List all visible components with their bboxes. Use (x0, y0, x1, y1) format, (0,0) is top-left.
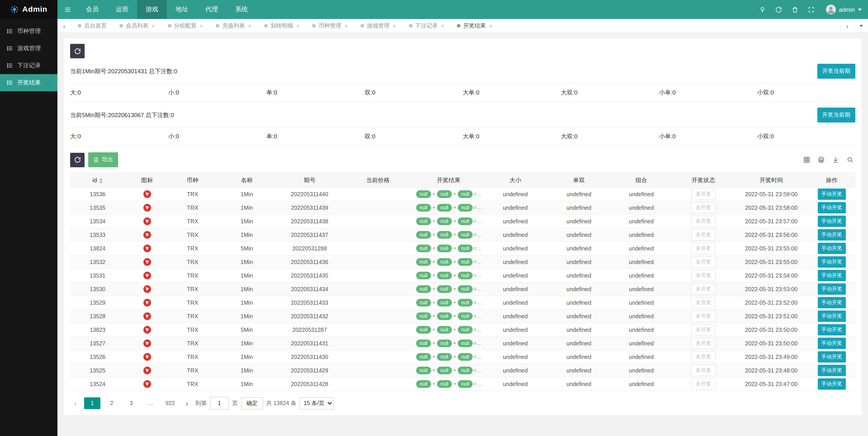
tab[interactable]: 后台首页 (71, 19, 113, 33)
tab-close-icon[interactable]: × (248, 22, 251, 29)
manual-draw-button[interactable]: 手动开奖 (818, 351, 846, 363)
manual-draw-button[interactable]: 手动开奖 (818, 215, 846, 227)
cell-parity: undefined (548, 350, 611, 364)
cell-combo: undefined (611, 337, 672, 350)
top-menu-item[interactable]: 会员 (78, 0, 107, 19)
manual-draw-button[interactable]: 手动开奖 (818, 365, 846, 376)
plus-separator: + (432, 191, 435, 197)
tabs-scroll-right-icon[interactable]: › (840, 19, 854, 33)
cell-issue: 202205311436 (278, 255, 342, 269)
status-badge: 未开奖 (691, 202, 716, 213)
manual-draw-button[interactable]: 手动开奖 (818, 297, 846, 308)
tab[interactable]: 游戏管理 × (354, 19, 402, 33)
user-menu[interactable]: admin (819, 0, 868, 19)
tabs-scroll-left-icon[interactable]: ‹ (57, 19, 71, 33)
tab-dot-icon (264, 24, 268, 28)
page-button[interactable]: 1 (84, 397, 100, 409)
tab-close-icon[interactable]: × (152, 22, 155, 29)
refresh-icon[interactable] (771, 0, 787, 19)
cell-price (342, 214, 414, 228)
cell-time: 2022-05-31 23:55:00 (734, 242, 808, 255)
page-button[interactable]: 2 (103, 397, 120, 409)
manual-draw-button[interactable]: 手动开奖 (818, 310, 846, 322)
status-badge: 未开奖 (691, 215, 716, 227)
column-label: 期号 (304, 176, 315, 183)
cell-time: 2022-05-31 23:49:00 (734, 350, 808, 364)
draw-current-period-button[interactable]: 开奖当前期 (817, 108, 855, 123)
sidebar-item[interactable]: 币种管理 (0, 23, 57, 40)
avatar (826, 4, 836, 14)
result-suffix: =... (473, 313, 481, 319)
page-button[interactable]: ... (143, 397, 159, 409)
tab-close-icon[interactable]: × (344, 22, 348, 29)
cell-parity: undefined (548, 364, 611, 377)
menu-toggle-icon[interactable] (57, 0, 78, 19)
top-menu-item[interactable]: 系统 (227, 0, 256, 19)
tab[interactable]: 分组配置 × (161, 19, 210, 33)
tab[interactable]: 充值列表 × (210, 19, 257, 33)
print-icon[interactable] (818, 157, 825, 163)
manual-draw-button[interactable]: 手动开奖 (818, 283, 846, 295)
manual-draw-button[interactable]: 手动开奖 (818, 243, 846, 254)
theme-icon[interactable] (754, 0, 771, 19)
top-menu-item[interactable]: 地址 (167, 0, 197, 19)
cell-result: null+null+null=... (414, 377, 483, 391)
sidebar-item[interactable]: 开奖结果 (0, 74, 57, 91)
tab[interactable]: 会员列表 × (113, 19, 161, 33)
result-suffix: =... (473, 218, 481, 224)
download-icon[interactable] (832, 157, 839, 163)
cell-coin: TRX (169, 323, 216, 337)
jump-page-input[interactable] (210, 397, 229, 409)
manual-draw-button[interactable]: 手动开奖 (818, 270, 846, 281)
search-icon[interactable] (847, 157, 854, 163)
manual-draw-button[interactable]: 手动开奖 (818, 324, 846, 335)
refresh-table-button[interactable] (70, 153, 85, 167)
column-label: 单双 (573, 176, 585, 183)
tab[interactable]: 开奖结果 × (451, 19, 499, 33)
tab-close-icon[interactable]: × (489, 22, 492, 29)
fullscreen-icon[interactable] (803, 0, 819, 19)
tabs-menu-icon[interactable] (854, 19, 868, 33)
manual-draw-button[interactable]: 手动开奖 (818, 189, 846, 200)
manual-draw-button[interactable]: 手动开奖 (818, 338, 846, 349)
manual-draw-button[interactable]: 手动开奖 (818, 229, 846, 240)
tab-dot-icon (361, 24, 364, 28)
top-menu-item[interactable]: 运营 (107, 0, 137, 19)
manual-draw-button[interactable]: 手动开奖 (818, 256, 846, 268)
export-button[interactable]: 导出 (88, 152, 118, 167)
page-button[interactable]: 3 (123, 397, 139, 409)
tab-dot-icon (78, 24, 82, 28)
sidebar-item[interactable]: 下注记录 (0, 57, 57, 74)
sidebar-item-label: 游戏管理 (17, 44, 41, 53)
next-page-icon[interactable]: › (181, 397, 192, 409)
clear-cache-icon[interactable] (787, 0, 803, 19)
sort-icon[interactable] (99, 178, 103, 183)
period-title: 当前5Min期号:20220613067 总下注数:0 (70, 111, 174, 119)
tab-close-icon[interactable]: × (441, 22, 444, 29)
draw-current-period-button[interactable]: 开奖当前期 (817, 64, 855, 79)
prev-page-icon[interactable]: ‹ (70, 397, 81, 409)
tab[interactable]: 下注记录 × (402, 19, 451, 33)
tab-close-icon[interactable]: × (393, 22, 396, 29)
tab-close-icon[interactable]: × (296, 22, 300, 29)
tab[interactable]: 划转明细 × (258, 19, 306, 33)
trx-coin-icon (143, 326, 151, 334)
page-button[interactable]: 922 (162, 397, 178, 409)
result-pill: null (416, 353, 431, 361)
page-size-select[interactable]: 15 条/页 (300, 397, 334, 409)
cell-coin: TRX (169, 337, 216, 350)
sidebar-item[interactable]: 游戏管理 (0, 40, 57, 57)
top-menu-item[interactable]: 代理 (197, 0, 227, 19)
tab-close-icon[interactable]: × (200, 22, 203, 29)
sidebar: Admin 币种管理 游戏管理 (0, 0, 57, 436)
cell-result: null+null+null=... (414, 323, 483, 337)
manual-draw-button[interactable]: 手动开奖 (818, 378, 846, 390)
refresh-periods-button[interactable] (70, 44, 85, 58)
manual-draw-button[interactable]: 手动开奖 (818, 202, 846, 213)
top-menu-item[interactable]: 游戏 (137, 0, 167, 19)
column-label: 名称 (241, 176, 253, 183)
tab[interactable]: 币种管理 × (306, 19, 354, 33)
confirm-jump-button[interactable]: 确定 (241, 397, 263, 409)
filter-columns-icon[interactable] (803, 157, 810, 163)
table-row: 13528 TRX 1Min 20 (70, 309, 855, 323)
